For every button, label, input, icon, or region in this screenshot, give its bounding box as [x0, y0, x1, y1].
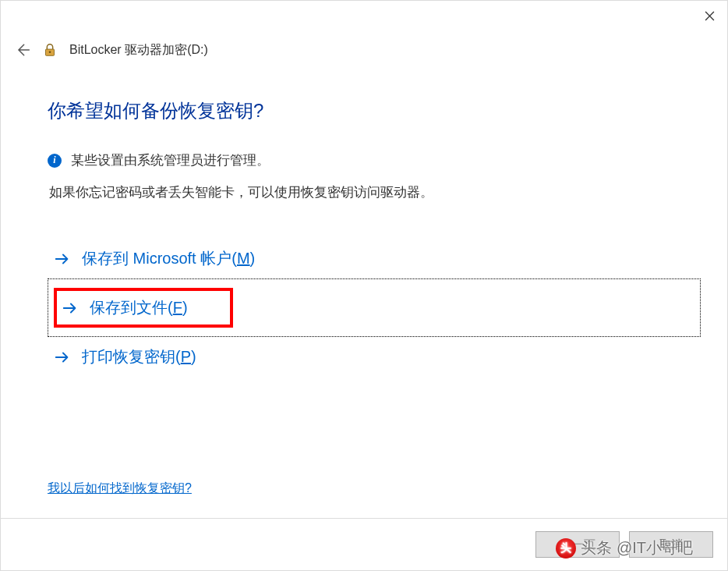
- back-button[interactable]: [15, 42, 30, 58]
- wizard-header: BitLocker 驱动器加密(D:): [15, 41, 208, 59]
- arrow-right-icon: [54, 349, 71, 366]
- back-arrow-icon: [15, 42, 30, 58]
- footer-divider: [1, 518, 727, 519]
- option-save-ms-account[interactable]: 保存到 Microsoft 帐户(M): [48, 239, 701, 278]
- option-label: 保存到文件(F): [90, 297, 188, 318]
- cancel-button[interactable]: 取消: [629, 531, 713, 558]
- option-print-key[interactable]: 打印恢复密钥(P): [48, 337, 701, 377]
- content-area: 你希望如何备份恢复密钥? i 某些设置由系统管理员进行管理。 如果你忘记密码或者…: [48, 98, 701, 377]
- page-heading: 你希望如何备份恢复密钥?: [48, 98, 701, 123]
- wizard-title: BitLocker 驱动器加密(D:): [69, 42, 208, 59]
- footer-buttons: 下一页 取消: [535, 531, 713, 558]
- recovery-description: 如果你忘记密码或者丢失智能卡，可以使用恢复密钥访问驱动器。: [49, 183, 701, 201]
- svg-point-1: [49, 51, 51, 53]
- option-save-to-file[interactable]: 保存到文件(F): [48, 278, 701, 337]
- admin-info-text: 某些设置由系统管理员进行管理。: [71, 151, 270, 169]
- admin-info-row: i 某些设置由系统管理员进行管理。: [48, 151, 701, 169]
- next-button[interactable]: 下一页: [535, 531, 620, 558]
- backup-options: 保存到 Microsoft 帐户(M) 保存到文件(F) 打印恢复密钥(P): [48, 239, 701, 377]
- close-button[interactable]: [691, 1, 727, 30]
- highlight-box: 保存到文件(F): [54, 288, 233, 328]
- close-icon: [705, 11, 715, 21]
- bitlocker-icon: [41, 41, 58, 59]
- option-label: 打印恢复密钥(P): [82, 346, 196, 367]
- help-link[interactable]: 我以后如何找到恢复密钥?: [48, 481, 192, 497]
- option-label: 保存到 Microsoft 帐户(M): [82, 248, 255, 269]
- info-icon: i: [48, 154, 62, 168]
- arrow-right-icon: [62, 300, 79, 317]
- arrow-right-icon: [54, 250, 71, 268]
